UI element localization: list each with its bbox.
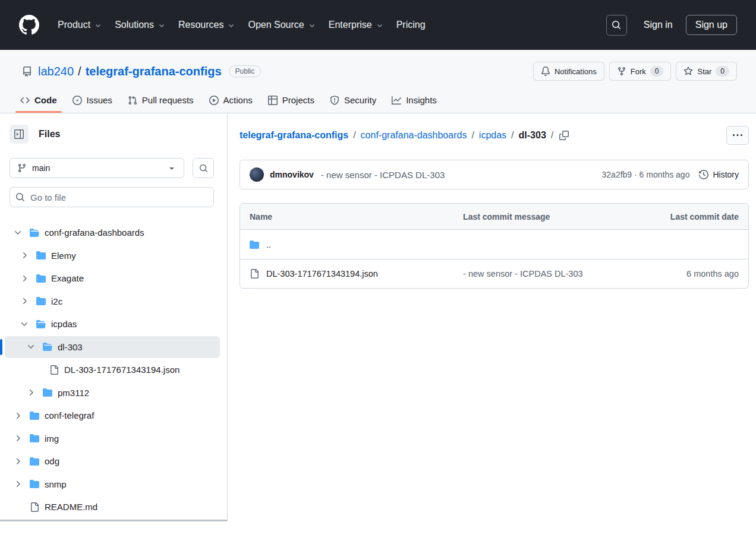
nav-item-enterprise[interactable]: Enterprise xyxy=(322,15,390,35)
chevron-down-icon xyxy=(20,319,32,329)
tab-projects[interactable]: Projects xyxy=(263,89,319,113)
tree-folder-icpdas[interactable]: icpdas xyxy=(5,313,220,335)
nav-item-product[interactable]: Product xyxy=(51,15,108,35)
chevron-down-icon xyxy=(376,22,383,29)
column-header-message: Last commit message xyxy=(453,212,641,221)
tree-folder-exagate[interactable]: Exagate xyxy=(5,267,220,289)
star-button[interactable]: Star 0 xyxy=(676,62,737,81)
chevron-icon xyxy=(13,457,23,466)
table-row-[interactable]: .. xyxy=(240,230,748,259)
tab-icon xyxy=(128,96,137,105)
tab-issues[interactable]: Issues xyxy=(68,89,117,113)
nav-item-pricing[interactable]: Pricing xyxy=(390,15,432,35)
nav-item-open-source[interactable]: Open Source xyxy=(241,15,322,35)
notifications-button[interactable]: Notifications xyxy=(533,62,604,81)
tab-security[interactable]: Security xyxy=(325,89,381,113)
history-icon xyxy=(699,170,708,179)
repo-name-link[interactable]: telegraf-grafana-configs xyxy=(86,65,222,78)
history-link[interactable]: History xyxy=(699,170,739,179)
breadcrumb-separator: / xyxy=(353,130,355,141)
tree-file-dl-303-1717671343194-json[interactable]: DL-303-1717671343194.json xyxy=(5,359,220,381)
search-button[interactable] xyxy=(606,15,627,36)
tab-actions[interactable]: Actions xyxy=(204,89,257,113)
file-table-body: .. DL-303-1717671343194.json - new senso… xyxy=(240,230,748,288)
tab-icon xyxy=(330,96,339,105)
fork-button[interactable]: Fork 0 xyxy=(609,62,672,81)
repo-icon xyxy=(22,67,32,77)
row-commit-message[interactable]: - new sensor - ICPDAS DL-303 xyxy=(453,269,641,279)
sidebar-horizontal-scrollbar[interactable] xyxy=(0,520,227,521)
chevron-icon xyxy=(26,388,36,397)
tab-icon xyxy=(20,96,30,105)
breadcrumb-separator: / xyxy=(551,130,553,141)
row-name[interactable]: DL-303-1717671343194.json xyxy=(266,269,378,279)
github-logo[interactable] xyxy=(19,15,39,35)
breadcrumb-separator: / xyxy=(471,130,474,141)
collapse-sidebar-button[interactable] xyxy=(10,125,29,144)
folder-icon xyxy=(30,433,39,443)
commit-message[interactable]: - new sensor - ICPDAS DL-303 xyxy=(321,170,445,180)
tree-folder-dl-303[interactable]: dl-303 xyxy=(5,336,220,358)
breadcrumb-segment: dl-303 / xyxy=(519,130,559,141)
file-icon xyxy=(250,269,259,279)
chevron-icon xyxy=(26,342,36,352)
folder-icon xyxy=(30,411,39,420)
breadcrumb-telegraf-grafana-configs[interactable]: telegraf-grafana-configs xyxy=(240,130,348,141)
breadcrumb-conf-grafana-dashboards[interactable]: conf-grafana-dashboards xyxy=(361,130,467,141)
breadcrumb-segment: telegraf-grafana-configs / xyxy=(240,130,361,141)
breadcrumb-segment: icpdas / xyxy=(479,130,519,141)
folder-icon xyxy=(36,296,46,306)
repo-title-separator: / xyxy=(78,65,81,78)
nav-item-resources[interactable]: Resources xyxy=(172,15,241,35)
branch-selector[interactable]: main xyxy=(10,158,184,178)
tree-folder-pm3112[interactable]: pm3112 xyxy=(5,382,220,404)
tab-icon xyxy=(392,96,401,105)
sign-in-link[interactable]: Sign in xyxy=(644,20,673,30)
chevron-down-icon xyxy=(158,22,165,29)
commit-author-link[interactable]: dmnovikov xyxy=(270,170,314,179)
repo-header: lab240/telegraf-grafana-configs Public N… xyxy=(0,50,756,113)
breadcrumb-segment: conf-grafana-dashboards / xyxy=(361,130,479,141)
visibility-badge: Public xyxy=(229,65,262,77)
git-branch-icon xyxy=(17,163,27,173)
tree-file-readme-md[interactable]: README.md xyxy=(5,496,220,518)
table-row-dl-303-1717671343194-json[interactable]: DL-303-1717671343194.json - new sensor -… xyxy=(240,259,748,288)
tree-folder-conf-telegraf[interactable]: conf-telegraf xyxy=(5,404,220,426)
more-options-button[interactable] xyxy=(726,126,749,145)
sign-up-button[interactable]: Sign up xyxy=(686,15,737,35)
tree-folder-conf-grafana-dashboards[interactable]: conf-grafana-dashboards xyxy=(5,221,220,243)
row-name[interactable]: .. xyxy=(266,240,271,249)
breadcrumb: telegraf-grafana-configs / conf-grafana-… xyxy=(240,130,558,141)
tree-folder-odg[interactable]: odg xyxy=(5,450,220,472)
folder-icon xyxy=(30,228,39,238)
breadcrumb-icpdas[interactable]: icpdas xyxy=(479,130,506,141)
chevron-icon xyxy=(13,228,23,238)
tab-pull-requests[interactable]: Pull requests xyxy=(123,89,199,113)
sidebar-search-button[interactable] xyxy=(193,158,214,178)
avatar[interactable] xyxy=(250,167,264,182)
tree-folder-elemy[interactable]: Elemy xyxy=(5,245,220,267)
folder-icon xyxy=(36,274,46,283)
repo-owner-link[interactable]: lab240 xyxy=(38,65,74,78)
nav-item-solutions[interactable]: Solutions xyxy=(108,15,172,35)
copy-path-button[interactable] xyxy=(558,129,570,141)
tab-insights[interactable]: Insights xyxy=(387,89,442,113)
chevron-right-icon xyxy=(13,479,25,489)
chevron-down-icon xyxy=(26,342,38,352)
chevron-icon xyxy=(13,411,23,420)
tree-folder-snmp[interactable]: snmp xyxy=(5,473,220,495)
tab-code[interactable]: Code xyxy=(15,89,62,113)
chevron-icon xyxy=(13,479,23,489)
file-icon xyxy=(30,502,39,512)
chevron-down-icon xyxy=(13,228,25,238)
fork-count: 0 xyxy=(650,66,664,77)
tree-folder-i2c[interactable]: i2c xyxy=(5,290,220,312)
sidebar-collapse-icon xyxy=(14,129,24,139)
search-icon xyxy=(199,164,208,173)
column-header-date: Last commit date xyxy=(641,212,748,221)
tree-folder-img[interactable]: img xyxy=(5,428,220,450)
go-to-file-input[interactable] xyxy=(10,187,214,207)
commit-hash[interactable]: 32a2fb9 xyxy=(602,170,632,179)
star-icon xyxy=(683,67,693,76)
file-table-header: Name Last commit message Last commit dat… xyxy=(240,204,748,230)
